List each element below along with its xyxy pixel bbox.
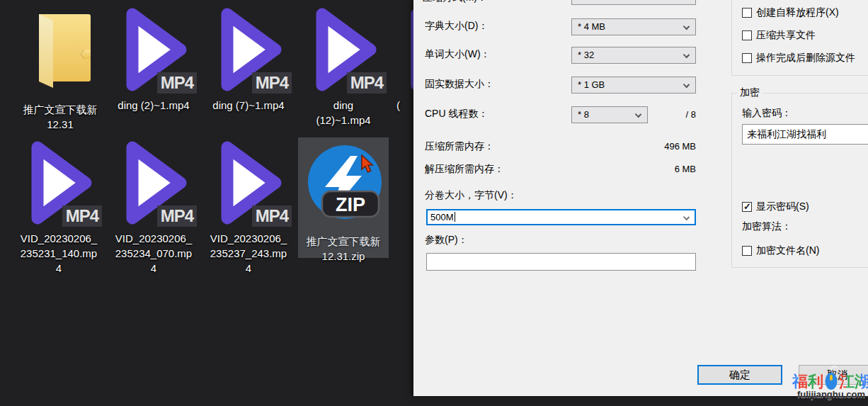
mp4-file-icon[interactable]: MP4: [201, 6, 296, 95]
show-password-checkbox-row[interactable]: 显示密码(S): [742, 201, 809, 213]
chevron-down-icon: [683, 23, 690, 30]
desktop-icon-label: 推广文宣下载新12.31: [13, 102, 108, 132]
desktop-icon-label: VID_20230206_235237_243.mp4: [201, 231, 296, 276]
text-caret: [455, 212, 455, 222]
mp4-file-icon[interactable]: MP4: [201, 139, 296, 228]
shared-files-checkbox-row[interactable]: 压缩共享文件: [742, 29, 816, 42]
mouse-logo-icon: [824, 363, 838, 390]
chevron-down-icon: [683, 81, 690, 88]
watermark-char: 湖: [855, 373, 868, 390]
parameters-label: 参数(P)：: [425, 234, 468, 247]
watermark-char: 福: [792, 373, 808, 390]
dictionary-size-value: * 4 MB: [578, 21, 605, 32]
desktop-icon-mp4[interactable]: MP4ding (7)~1.mp4: [201, 6, 296, 113]
watermark-domain: fulijianghu.com: [794, 389, 868, 400]
chevron-down-icon: [683, 214, 690, 220]
encrypt-filenames-checkbox-row[interactable]: 加密文件名(N): [742, 244, 819, 257]
password-input[interactable]: 来福利江湖找福利: [742, 124, 868, 145]
cpu-threads-total: / 8: [625, 109, 696, 120]
word-size-label: 单词大小(W)：: [425, 48, 491, 61]
delete-after-checkbox-row[interactable]: 操作完成后删除源文件: [742, 52, 855, 64]
volume-size-value: 500M: [430, 212, 454, 222]
desktop-icon-label: ding (2)~1.mp4: [106, 98, 201, 113]
mp4-format-badge: MP4: [252, 205, 292, 227]
svg-text:ZIP: ZIP: [336, 194, 365, 215]
solid-size-label: 固实数据大小：: [425, 78, 494, 91]
decompress-memory-value: 6 MB: [625, 164, 696, 174]
shared-files-label: 压缩共享文件: [756, 29, 816, 42]
password-value: 来福利江湖找福利: [747, 128, 826, 140]
watermark-logo: 福 利 江 湖 fulijianghu.com: [794, 362, 868, 400]
volume-size-combobox[interactable]: 500M: [426, 209, 696, 225]
dictionary-size-dropdown[interactable]: * 4 MB: [571, 18, 696, 35]
watermark-text-row: 福 利 江 湖: [794, 362, 868, 390]
desktop-icon-mp4[interactable]: MP4VID_20230206_235237_243.mp4: [201, 139, 296, 276]
cpu-threads-value: * 8: [578, 109, 589, 120]
checkbox-icon[interactable]: [742, 246, 752, 256]
desktop-icon-label: ding (7)~1.mp4: [201, 98, 296, 113]
desktop-icon-zip[interactable]: ZIP 推广文宣下载新12.31.zip: [296, 139, 391, 264]
mp4-file-icon[interactable]: MP4: [106, 139, 201, 228]
compression-dialog: 压缩方式(M)： 字典大小(D)： * 4 MB 单词大小(W)： * 32 固…: [413, 0, 868, 396]
solid-size-value: * 1 GB: [578, 79, 605, 90]
solid-size-dropdown[interactable]: * 1 GB: [571, 77, 696, 94]
mp4-format-badge: MP4: [347, 72, 387, 94]
checkbox-icon[interactable]: [742, 30, 752, 40]
dictionary-size-label: 字典大小(D)：: [425, 20, 488, 33]
mp4-format-badge: MP4: [157, 205, 197, 227]
desktop-icon-mp4[interactable]: MP4ding (2)~1.mp4: [106, 6, 201, 113]
create-sfx-checkbox-row[interactable]: 创建自释放程序(X): [742, 6, 839, 19]
compress-memory-value: 496 MB: [625, 141, 696, 152]
mp4-format-badge: MP4: [62, 205, 102, 227]
compress-memory-label: 压缩所需内存：: [425, 140, 494, 153]
enter-password-label: 输入密码：: [742, 107, 792, 120]
cpu-threads-label: CPU 线程数：: [425, 108, 488, 120]
mp4-file-icon[interactable]: MP4: [11, 139, 106, 228]
compression-method-dropdown[interactable]: [571, 0, 696, 5]
mp4-file-icon[interactable]: MP4: [296, 6, 391, 95]
ok-button[interactable]: 确定: [697, 365, 782, 385]
desktop-icon-folder[interactable]: 推广文宣下载新12.31: [13, 6, 108, 132]
parameters-input[interactable]: [426, 253, 696, 271]
encryption-algorithm-label: 加密算法：: [742, 220, 792, 233]
show-password-label: 显示密码(S): [756, 201, 809, 213]
mp4-format-badge: MP4: [252, 72, 292, 94]
zip-file-icon[interactable]: ZIP: [296, 143, 391, 231]
desktop: 推广文宣下载新12.31 MP4ding (2)~1.mp4 MP4ding (…: [0, 0, 868, 406]
delete-after-label: 操作完成后删除源文件: [756, 52, 855, 64]
desktop-icon-mp4[interactable]: MP4ding(12)~1.mp4: [296, 6, 391, 128]
checkbox-icon[interactable]: [742, 8, 752, 18]
desktop-icon-label: VID_20230206_235231_140.mp4: [11, 231, 106, 276]
word-size-value: * 32: [578, 50, 594, 60]
watermark-char: 利: [808, 373, 823, 390]
encryption-legend: 加密: [737, 86, 763, 99]
chevron-down-icon: [683, 52, 690, 58]
create-sfx-label: 创建自释放程序(X): [756, 6, 839, 19]
mouse-cursor-icon: [360, 154, 375, 179]
word-size-dropdown[interactable]: * 32: [571, 47, 696, 64]
volume-size-label: 分卷大小，字节(V)：: [425, 189, 518, 202]
desktop-icon-mp4[interactable]: MP4VID_20230206_235231_140.mp4: [11, 139, 106, 276]
desktop-icon-label: VID_20230206_235234_070.mp4: [106, 231, 201, 276]
checkbox-checked-icon[interactable]: [742, 202, 752, 212]
watermark-char: 江: [839, 373, 855, 390]
decompress-memory-label: 解压缩所需内存：: [425, 163, 504, 176]
folder-file-icon[interactable]: [13, 10, 108, 99]
encrypt-filenames-label: 加密文件名(N): [756, 244, 819, 257]
desktop-icon-label: ding(12)~1.mp4: [296, 98, 391, 128]
mp4-file-icon[interactable]: MP4: [106, 6, 201, 95]
desktop-icon-mp4[interactable]: MP4VID_20230206_235234_070.mp4: [106, 139, 201, 276]
compression-method-label: 压缩方式(M)：: [423, 0, 487, 4]
mp4-format-badge: MP4: [157, 72, 197, 94]
checkbox-icon[interactable]: [742, 53, 752, 63]
